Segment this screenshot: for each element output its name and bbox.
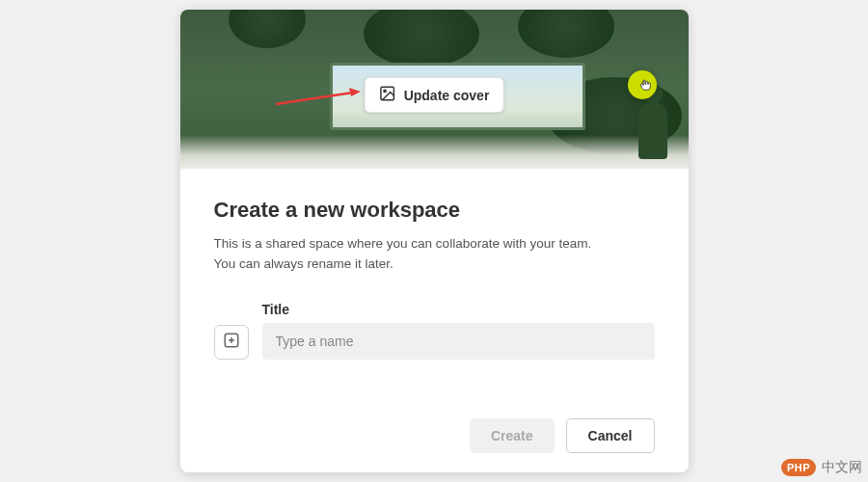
plus-icon xyxy=(223,332,240,352)
modal-description: This is a shared space where you can col… xyxy=(214,234,655,275)
title-field-group: Title xyxy=(262,302,655,360)
cancel-button[interactable]: Cancel xyxy=(566,418,655,453)
modal-heading: Create a new workspace xyxy=(214,198,655,223)
watermark-text: 中文网 xyxy=(822,459,862,476)
watermark: PHP 中文网 xyxy=(781,459,862,476)
watermark-badge: PHP xyxy=(781,459,816,476)
cover-area[interactable]: Update cover xyxy=(180,10,689,169)
svg-marker-1 xyxy=(349,88,361,96)
modal-footer: Create Cancel xyxy=(214,399,655,453)
svg-line-0 xyxy=(276,93,353,104)
svg-point-3 xyxy=(384,90,386,92)
annotation-arrow xyxy=(274,87,361,114)
add-icon-button[interactable] xyxy=(214,325,249,360)
create-button[interactable]: Create xyxy=(470,418,555,453)
title-label: Title xyxy=(262,302,655,317)
highlight-marker xyxy=(628,70,657,99)
image-icon xyxy=(379,85,396,105)
update-cover-label: Update cover xyxy=(404,88,490,103)
cursor-hand-icon xyxy=(637,76,653,94)
modal-content: Create a new workspace This is a shared … xyxy=(180,169,689,472)
title-row: Title xyxy=(214,302,655,360)
create-workspace-modal: Update cover Create a new workspace This… xyxy=(180,10,689,472)
title-input[interactable] xyxy=(262,323,655,360)
update-cover-button[interactable]: Update cover xyxy=(365,77,504,113)
